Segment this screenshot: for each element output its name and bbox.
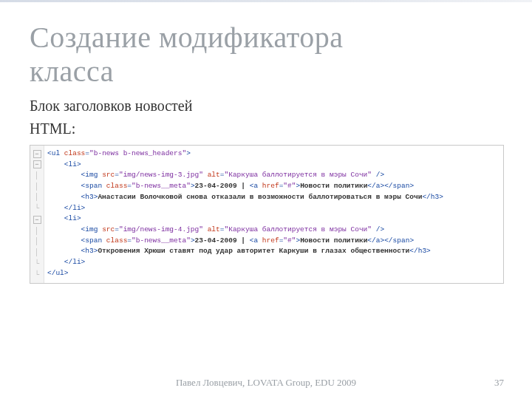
code-token: "b-news b-news_headers" xyxy=(89,149,186,157)
code-token: class xyxy=(106,236,128,245)
code-token: </h3> xyxy=(422,193,443,201)
slide-title: Создание модификатора класса xyxy=(30,21,502,89)
code-token: <img xyxy=(81,171,103,179)
code-token: href xyxy=(262,236,279,245)
code-token: </h3> xyxy=(409,247,431,255)
footer: Павел Ловцевич, LOVATA Group, EDU 2009 xyxy=(0,377,532,389)
code-token: <ul xyxy=(47,149,64,157)
code-token: "b-news__meta" xyxy=(132,182,191,190)
page-number: 37 xyxy=(494,377,504,389)
code-token: <a xyxy=(245,236,262,245)
code-token: "img/news-img-4.jpg" xyxy=(119,225,203,233)
fold-corner: └ xyxy=(30,259,44,270)
code-token: "#" xyxy=(283,236,296,245)
fold-gutter: − − │ │ │ └ − │ │ │ └ └ xyxy=(30,146,44,283)
code-token: src xyxy=(102,171,115,179)
code-box: − − │ │ │ └ − │ │ │ └ └ <ul class="b-new… xyxy=(30,145,504,284)
code-token: </span> xyxy=(384,236,414,245)
code-token: /> xyxy=(372,225,384,233)
code-token: <img xyxy=(81,225,103,233)
fold-icon[interactable]: − xyxy=(33,150,41,158)
title-line-1: Создание модификатора xyxy=(30,21,343,54)
code-token: </a> xyxy=(367,182,384,190)
slide: Создание модификатора класса Блок заголо… xyxy=(0,0,532,399)
body-text: Блок заголовков новостей HTML: xyxy=(30,96,502,139)
fold-bar: │ xyxy=(30,226,44,237)
subtitle: Блок заголовков новостей xyxy=(30,96,502,116)
fold-corner: └ xyxy=(30,203,44,214)
code-token: </span> xyxy=(384,182,414,190)
code-token: <li> xyxy=(64,214,81,222)
code-token: "img/news-img-3.jpg" xyxy=(119,171,203,179)
code-content: <ul class="b-news b-news_headers"> <li> … xyxy=(44,146,448,283)
fold-bar: │ xyxy=(30,171,44,182)
html-label: HTML: xyxy=(30,119,502,139)
code-token: </a> xyxy=(367,236,384,245)
code-token: "#" xyxy=(283,182,296,190)
code-token: <h3> xyxy=(81,193,98,201)
fold-icon[interactable]: − xyxy=(33,216,41,224)
code-token: </li> xyxy=(64,258,86,266)
code-token: Откровения Хрюши ставят под удар авторит… xyxy=(98,247,409,255)
fold-icon[interactable]: − xyxy=(33,160,41,168)
code-token: Новости политики xyxy=(300,236,367,245)
code-token: "Каркуша баллотируется в мэры Сочи" xyxy=(224,171,372,179)
code-token: 23-04-2009 xyxy=(195,236,242,245)
fold-bar: │ xyxy=(30,182,44,193)
code-token: <h3> xyxy=(81,247,98,255)
accent-bar xyxy=(0,0,532,2)
code-token: alt xyxy=(208,171,220,179)
code-token: > xyxy=(186,149,191,157)
code-token: Анастасии Волочковой снова отказали в во… xyxy=(98,193,422,201)
code-token: <a xyxy=(245,182,262,190)
code-token: <span xyxy=(81,182,106,190)
fold-bar: │ xyxy=(30,236,44,248)
code-token: /> xyxy=(372,171,384,179)
code-token: <li> xyxy=(64,160,81,168)
title-line-2: класса xyxy=(30,55,114,88)
code-token: 23-04-2009 xyxy=(195,182,242,190)
code-token: "Каркуша баллотируется в мэры Сочи" xyxy=(224,225,372,233)
code-token: </ul> xyxy=(47,269,69,277)
fold-corner: └ xyxy=(30,270,44,281)
code-token: alt xyxy=(208,225,220,233)
fold-bar: │ xyxy=(30,248,44,259)
code-token: href xyxy=(262,182,279,190)
code-token: "b-news__meta" xyxy=(132,236,191,245)
code-token: </li> xyxy=(64,204,86,212)
code-token: <span xyxy=(81,236,106,245)
code-token: class xyxy=(64,149,86,157)
code-token: src xyxy=(102,225,115,233)
code-token: class xyxy=(106,182,128,190)
fold-bar: │ xyxy=(30,192,44,203)
code-token: Новости политики xyxy=(300,182,367,190)
